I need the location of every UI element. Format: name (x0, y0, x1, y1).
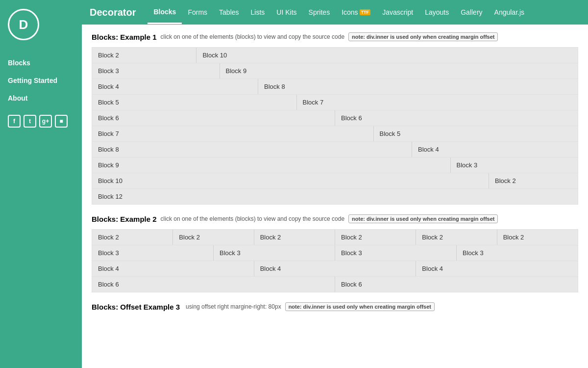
facebook-icon[interactable]: f (8, 115, 21, 128)
block-cell[interactable]: Block 2 (92, 230, 173, 245)
block-cell[interactable]: Block 6 (335, 110, 578, 126)
example3-desc: using offset right margine-right: 80px (186, 303, 281, 310)
table-row: Block 2 Block 10 (92, 48, 578, 63)
block-cell[interactable]: Block 2 (335, 230, 416, 245)
nav-icons[interactable]: Icons TTF (336, 1, 376, 23)
logo-icon: D (8, 9, 39, 40)
block-cell[interactable]: Block 8 (92, 142, 412, 157)
example3-title: Blocks: Offset Example 3 (92, 303, 180, 311)
block-cell[interactable]: Block 4 (412, 142, 578, 157)
example1-grid: Block 2 Block 10 Block 3 Block 9 Block 4… (92, 47, 578, 205)
table-row: Block 4 Block 4 Block 4 (92, 261, 578, 277)
block-cell[interactable]: Block 6 (92, 277, 335, 292)
nav-blocks[interactable]: Blocks (147, 1, 182, 24)
example2-header: Blocks: Example 2 click on one of the el… (92, 214, 578, 223)
block-cell[interactable]: Block 2 (173, 230, 254, 245)
block-cell[interactable]: Block 12 (92, 189, 578, 204)
block-cell[interactable]: Block 4 (92, 79, 258, 94)
nav-uikits[interactable]: UI Kits (270, 1, 302, 23)
table-row: Block 2 Block 2 Block 2 Block 2 Block 2 … (92, 230, 578, 245)
table-row: Block 8 Block 4 (92, 142, 578, 158)
nav-tables[interactable]: Tables (213, 1, 245, 23)
nav-javascript[interactable]: Javascript (376, 1, 419, 23)
block-cell[interactable]: Block 4 (416, 261, 578, 276)
topnav: Decorator Blocks Forms Tables Lists UI K… (82, 0, 588, 25)
block-cell[interactable]: Block 10 (196, 48, 578, 63)
example2-title: Blocks: Example 2 (92, 215, 157, 223)
block-cell[interactable]: Block 6 (92, 110, 335, 126)
table-row: Block 9 Block 3 (92, 158, 578, 173)
table-row: Block 10 Block 2 (92, 173, 578, 189)
block-cell[interactable]: Block 2 (416, 230, 497, 245)
example2-grid: Block 2 Block 2 Block 2 Block 2 Block 2 … (92, 229, 578, 292)
example3-note: note: div.inner is used only when creati… (285, 302, 435, 311)
social-icons: f t g+ ■ (0, 109, 75, 133)
app-title: Decorator (90, 7, 136, 18)
google-plus-icon[interactable]: g+ (39, 115, 52, 128)
example1-title: Blocks: Example 1 (92, 33, 157, 41)
block-cell[interactable]: Block 2 (92, 48, 196, 63)
nav-forms[interactable]: Forms (182, 1, 213, 23)
block-cell[interactable]: Block 4 (254, 261, 416, 276)
table-row: Block 7 Block 5 (92, 126, 578, 142)
example1-note: note: div.inner is used only when creati… (348, 32, 498, 41)
block-cell[interactable]: Block 4 (92, 261, 254, 276)
table-row: Block 3 Block 9 (92, 63, 578, 79)
nav-gallery[interactable]: Gallery (455, 1, 488, 23)
sidebar-nav: Blocks Getting Started About (0, 54, 82, 107)
sidebar-item-about[interactable]: About (0, 89, 82, 107)
nav-angularjs[interactable]: Angular.js (489, 1, 530, 23)
table-row: Block 3 Block 3 Block 3 Block 3 (92, 245, 578, 261)
nav-sprites[interactable]: Sprites (303, 1, 336, 23)
block-cell[interactable]: Block 5 (92, 95, 297, 110)
block-cell[interactable]: Block 3 (92, 245, 214, 261)
table-row: Block 6 Block 6 (92, 277, 578, 292)
table-row: Block 5 Block 7 (92, 95, 578, 110)
block-cell[interactable]: Block 3 (92, 63, 220, 79)
block-cell[interactable]: Block 7 (92, 126, 374, 141)
block-cell[interactable]: Block 3 (335, 245, 457, 261)
sidebar-item-getting-started[interactable]: Getting Started (0, 72, 82, 89)
nav-lists[interactable]: Lists (245, 1, 271, 23)
ttf-badge: TTF (360, 9, 371, 15)
example3-header: Blocks: Offset Example 3 using offset ri… (92, 302, 578, 311)
block-cell[interactable]: Block 6 (335, 277, 578, 292)
block-cell[interactable]: Block 9 (92, 158, 451, 173)
block-cell[interactable]: Block 5 (374, 126, 578, 141)
table-row: Block 4 Block 8 (92, 79, 578, 95)
example2-desc: click on one of the elements (blocks) to… (161, 215, 345, 222)
block-cell[interactable]: Block 3 (457, 245, 578, 261)
example2-note: note: div.inner is used only when creati… (348, 214, 498, 223)
table-row: Block 6 Block 6 (92, 110, 578, 126)
block-cell[interactable]: Block 9 (220, 63, 578, 79)
logo-area: D (0, 0, 82, 49)
nav-layouts[interactable]: Layouts (419, 1, 455, 23)
github-icon[interactable]: ■ (55, 115, 68, 128)
block-cell[interactable]: Block 3 (214, 245, 335, 261)
block-cell[interactable]: Block 2 (489, 173, 578, 188)
block-cell[interactable]: Block 2 (497, 230, 578, 245)
content-area: Blocks: Example 1 click on one of the el… (82, 25, 588, 368)
twitter-icon[interactable]: t (24, 115, 36, 128)
block-cell[interactable]: Block 2 (254, 230, 335, 245)
example1-desc: click on one of the elements (blocks) to… (161, 33, 345, 40)
block-cell[interactable]: Block 10 (92, 173, 489, 188)
main: Decorator Blocks Forms Tables Lists UI K… (82, 0, 588, 368)
block-cell[interactable]: Block 7 (297, 95, 578, 110)
block-cell[interactable]: Block 3 (451, 158, 578, 173)
block-cell[interactable]: Block 8 (258, 79, 578, 94)
table-row: Block 12 (92, 189, 578, 204)
sidebar-item-blocks[interactable]: Blocks (0, 54, 82, 72)
example1-header: Blocks: Example 1 click on one of the el… (92, 32, 578, 41)
sidebar: D Blocks Getting Started About f t g+ ■ (0, 0, 82, 368)
